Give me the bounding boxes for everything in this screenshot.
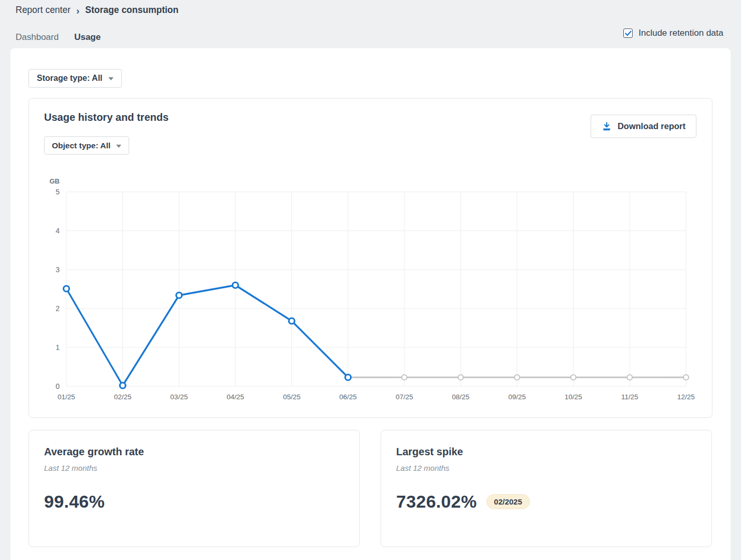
svg-text:5: 5 bbox=[55, 188, 60, 196]
tab-bar: Dashboard Usage bbox=[16, 32, 101, 50]
object-type-dropdown[interactable]: Object type: All bbox=[44, 136, 129, 155]
usage-card-title: Usage history and trends bbox=[44, 111, 169, 123]
download-report-button[interactable]: Download report bbox=[591, 115, 696, 138]
retention-checkbox-label: Include retention data bbox=[638, 28, 723, 38]
largest-spike-subtitle: Last 12 months bbox=[396, 464, 450, 472]
svg-text:04/25: 04/25 bbox=[227, 393, 244, 401]
tab-usage[interactable]: Usage bbox=[74, 32, 101, 50]
svg-text:02/25: 02/25 bbox=[114, 393, 132, 401]
largest-spike-value: 7326.02% bbox=[396, 492, 477, 512]
tab-dashboard[interactable]: Dashboard bbox=[16, 32, 59, 50]
usage-chart: 01234501/2502/2503/2504/2505/2506/2507/2… bbox=[39, 174, 698, 410]
svg-text:07/25: 07/25 bbox=[396, 393, 413, 401]
largest-spike-card: Largest spike Last 12 months 7326.02% 02… bbox=[381, 430, 712, 547]
breadcrumb-report-center[interactable]: Report center bbox=[16, 5, 71, 16]
chevron-down-icon bbox=[108, 77, 114, 80]
storage-type-dropdown[interactable]: Storage type: All bbox=[29, 69, 122, 88]
svg-text:06/25: 06/25 bbox=[339, 393, 357, 401]
svg-text:11/25: 11/25 bbox=[621, 393, 638, 401]
download-report-label: Download report bbox=[618, 121, 686, 131]
download-icon bbox=[602, 121, 612, 132]
svg-text:05/25: 05/25 bbox=[283, 393, 301, 401]
svg-text:2: 2 bbox=[55, 304, 60, 313]
svg-text:4: 4 bbox=[55, 227, 60, 235]
average-growth-subtitle: Last 12 months bbox=[44, 464, 97, 472]
average-growth-value: 99.46% bbox=[44, 492, 105, 512]
storage-type-dropdown-label: Storage type: All bbox=[37, 74, 103, 83]
svg-text:0: 0 bbox=[55, 382, 60, 390]
include-retention-toggle[interactable]: Include retention data bbox=[623, 28, 723, 38]
average-growth-card: Average growth rate Last 12 months 99.46… bbox=[29, 430, 360, 547]
object-type-dropdown-label: Object type: All bbox=[52, 141, 110, 150]
svg-text:01/25: 01/25 bbox=[58, 393, 75, 401]
content-panel: Storage type: All Usage history and tren… bbox=[10, 48, 731, 560]
svg-text:3: 3 bbox=[55, 265, 60, 274]
breadcrumb-separator-icon: › bbox=[76, 5, 79, 16]
usage-history-card: Usage history and trends Download report… bbox=[29, 98, 712, 418]
chevron-down-icon bbox=[116, 145, 121, 148]
svg-text:03/25: 03/25 bbox=[170, 393, 188, 401]
largest-spike-title: Largest spike bbox=[396, 446, 463, 458]
svg-text:10/25: 10/25 bbox=[565, 393, 582, 401]
average-growth-title: Average growth rate bbox=[44, 446, 144, 458]
retention-checkbox[interactable] bbox=[623, 29, 633, 38]
svg-text:12/25: 12/25 bbox=[677, 393, 695, 401]
checkmark-icon bbox=[625, 31, 632, 36]
largest-spike-date-badge: 02/2025 bbox=[486, 494, 530, 509]
breadcrumb: Report center › Storage consumption bbox=[16, 5, 178, 16]
svg-text:1: 1 bbox=[55, 343, 60, 352]
svg-text:08/25: 08/25 bbox=[452, 393, 470, 401]
svg-text:09/25: 09/25 bbox=[508, 393, 526, 401]
breadcrumb-current: Storage consumption bbox=[85, 5, 178, 16]
svg-text:GB: GB bbox=[50, 177, 60, 185]
